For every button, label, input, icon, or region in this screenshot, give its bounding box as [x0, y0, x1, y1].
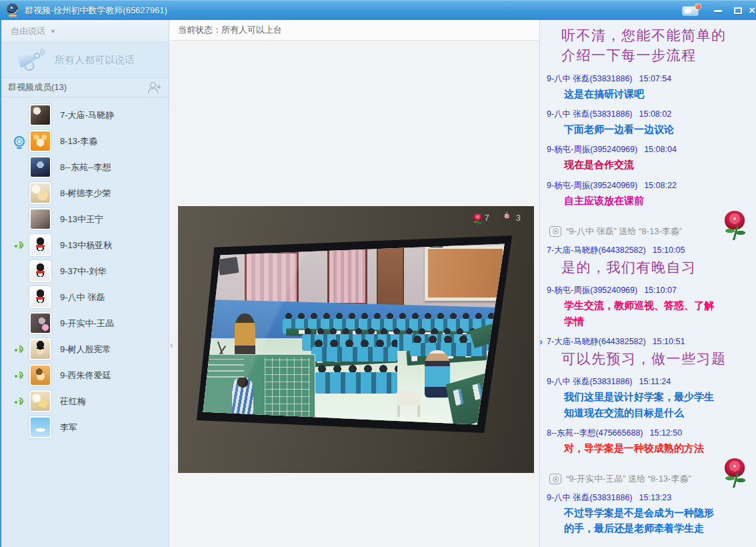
message-line: 下面老师一边看一边议论 [564, 121, 752, 137]
member-row[interactable]: 9-13中杨亚秋 [0, 232, 169, 258]
message-line: 知道现在交流的目标是什么 [564, 405, 752, 420]
message-sender: 9-杨屯-周振(395240969) [547, 286, 637, 295]
message-line: 学情 [564, 314, 752, 329]
avatar [29, 416, 51, 438]
chat-message: 9-杨屯-周振(395240969)15:08:04 现在是合作交流 [545, 144, 752, 172]
webcam-gift-icon [549, 226, 561, 237]
message-line: 是的，我们有晚自习 [561, 257, 752, 278]
member-row[interactable]: 7-大庙-马晓静 [0, 102, 169, 128]
voice-mode-label: 自由说话 [11, 25, 45, 37]
message-body: 这是在搞研讨课吧 [564, 86, 752, 101]
video-feed: 7 3 [178, 206, 534, 473]
member-name: 9-西朱佟爱廷 [60, 370, 111, 382]
avatar [29, 182, 51, 204]
avatar [29, 130, 51, 152]
avatar [29, 104, 51, 126]
collapse-chat-arrow[interactable]: › [539, 332, 547, 350]
avatar [29, 286, 51, 308]
voice-mode-dropdown[interactable]: 自由说话 ▼ [0, 20, 169, 43]
message-time: 15:10:05 [653, 245, 685, 255]
rose-gift-icon [723, 458, 747, 489]
message-body: 学生交流，教师巡视、答惑、了解学情 [564, 298, 752, 329]
message-header: 9-杨屯-周振(395240969)15:08:04 [547, 144, 752, 155]
message-body: 我们这里是设计好学案，最少学生知道现在交流的目标是什么 [564, 389, 752, 420]
megaphone-icon [17, 48, 47, 72]
message-header: 7-大庙-马晓静(644382582)15:10:51 [547, 336, 752, 348]
member-row[interactable]: 9-树人殷宪常 [0, 336, 169, 362]
maximize-button[interactable] [728, 1, 748, 21]
candy-counter-icon [504, 213, 509, 219]
member-name: 9-37中-刘华 [60, 265, 106, 278]
member-row[interactable]: 8-树德李少荣 [0, 180, 169, 206]
tv-screen [197, 235, 515, 433]
message-header: 9-八中 张磊(53831886)15:08:02 [547, 109, 752, 120]
member-name: 9-13中杨亚秋 [60, 239, 112, 251]
member-row[interactable]: 9-开实中-王晶 [0, 310, 169, 336]
message-time: 15:08:22 [644, 181, 677, 190]
rose-count: 7 [485, 213, 489, 223]
member-status-slot [14, 136, 29, 147]
message-body: 对，导学案是一种较成熟的方法 [564, 440, 752, 456]
message-body: 自主应该放在课前 [564, 193, 752, 208]
add-member-icon[interactable]: + [147, 82, 159, 93]
member-name: 9-开实中-王晶 [60, 318, 114, 330]
message-line: 自主应该放在课前 [564, 193, 752, 208]
member-row[interactable]: 8--东苑--李想 [0, 154, 169, 180]
member-row[interactable]: 9-37中-刘华 [0, 258, 169, 284]
collapse-sidebar-arrow[interactable]: ‹ [170, 336, 177, 354]
member-name: 7-大庙-马晓静 [60, 109, 114, 121]
close-button[interactable]: × [748, 1, 756, 21]
chat-message: 7-大庙-马晓静(644382582)15:10:05 是的，我们有晚自习 [545, 245, 752, 278]
skin-change-button[interactable] [682, 6, 699, 16]
member-row[interactable]: 9-13中王宁 [0, 206, 169, 232]
member-status-slot [14, 240, 29, 251]
titlebar[interactable]: 群视频-徐州初中数学教师(65627961) × [0, 0, 756, 20]
message-header: 9-杨屯-周振(395240969)15:08:22 [547, 180, 752, 191]
member-row[interactable]: 9-西朱佟爱廷 [0, 362, 169, 388]
maximize-icon [734, 7, 742, 14]
message-time: 15:10:51 [653, 337, 685, 346]
member-row[interactable]: 李军 [0, 414, 169, 440]
message-body: 不过导学案是不是会成为一种隐形的手，最后还是老师牵着学生走 [564, 505, 752, 536]
member-name: 李军 [60, 422, 77, 434]
minimize-button[interactable] [708, 1, 728, 21]
gift-notification: “9-开实中-王晶” 送给 “8-13-李淼” [549, 473, 752, 485]
message-line: 学生交流，教师巡视、答惑、了解 [564, 298, 752, 313]
member-name: 8-13-李淼 [60, 135, 97, 147]
message-line: 介绍一下每一步流程 [561, 45, 752, 65]
member-name: 9-树人殷宪常 [60, 344, 111, 356]
member-row[interactable]: 茌红梅 [0, 388, 169, 414]
message-time: 15:08:02 [639, 109, 672, 119]
scene-screen-glare [197, 235, 515, 433]
message-time: 15:11:24 [639, 377, 671, 386]
message-time: 15:10:07 [644, 286, 677, 295]
gift-notification: “9-八中 张磊” 送给 “8-13-李淼” [549, 225, 752, 237]
speaker-banner-label: 所有人都可以说话 [55, 54, 135, 67]
avatar [29, 390, 51, 412]
chat-panel: › 听不清，您能不能简单的介绍一下每一步流程 9-八中 张磊(53831886)… [539, 20, 756, 547]
message-line: 听不清，您能不能简单的 [561, 25, 752, 45]
message-line: 不过导学案是不是会成为一种隐形 [564, 505, 752, 520]
minimize-icon [714, 10, 722, 12]
classroom-tv [197, 235, 515, 433]
message-body: 下面老师一边看一边议论 [564, 121, 752, 137]
avatar [29, 260, 51, 282]
chat-message: 听不清，您能不能简单的介绍一下每一步流程 [545, 25, 752, 66]
message-sender: 9-八中 张磊(53831886) [547, 377, 633, 386]
message-sender: 9-八中 张磊(53831886) [547, 74, 633, 83]
notification-dot [695, 3, 701, 10]
avatar [29, 156, 51, 178]
window-left-border [0, 20, 1, 547]
member-row[interactable]: 8-13-李淼 [0, 128, 169, 154]
close-icon: × [749, 4, 755, 17]
message-time: 15:08:04 [644, 145, 677, 154]
message-line: 我们这里是设计好学案，最少学生 [564, 389, 752, 404]
message-header: 9-八中 张磊(53831886)15:11:24 [547, 376, 752, 388]
speaking-icon [14, 370, 25, 381]
message-line: 这是在搞研讨课吧 [564, 86, 752, 101]
avatar [29, 364, 51, 386]
message-header: 9-杨屯-周振(395240969)15:10:07 [547, 285, 752, 296]
speaker-banner: 所有人都可以说话 [0, 43, 169, 78]
member-row[interactable]: 9-八中 张磊 [0, 284, 169, 310]
message-time: 15:07:54 [639, 74, 672, 83]
